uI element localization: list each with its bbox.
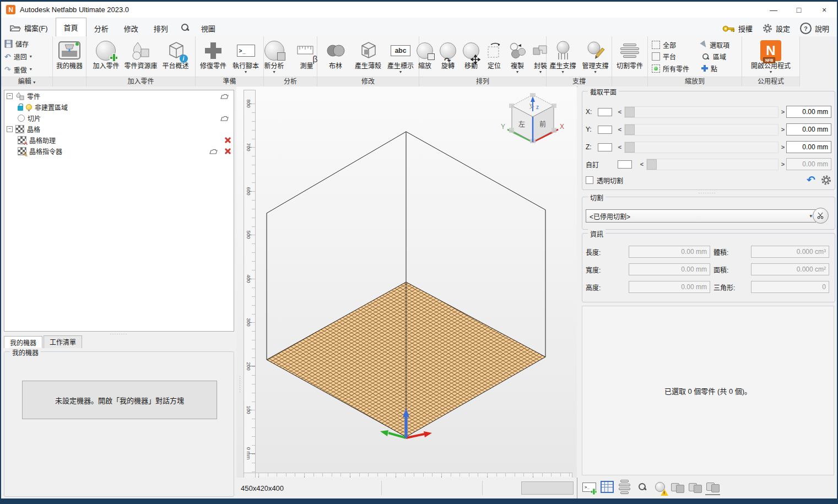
open-folder-icon[interactable]: [209, 148, 219, 155]
slice-view-button[interactable]: [617, 480, 632, 495]
rotate-button[interactable]: ↷ 旋轉: [436, 37, 459, 75]
y-plane-value-input[interactable]: [786, 123, 831, 136]
tab-analysis[interactable]: 分析: [86, 20, 116, 36]
delete-icon[interactable]: [224, 137, 230, 143]
z-plane-value-input[interactable]: [786, 141, 831, 153]
y-slider-right-arrow[interactable]: >: [780, 126, 786, 133]
tree-item-no-build-zone[interactable]: 非建置區域: [4, 101, 234, 112]
viewport-splitter-handle[interactable]: ········: [237, 365, 242, 404]
my-machines-button[interactable]: 我的機器: [53, 37, 85, 75]
bulb-icon[interactable]: [26, 104, 32, 110]
tab-arrange[interactable]: 排列: [146, 20, 176, 36]
tab-view[interactable]: 視圖: [193, 20, 223, 36]
tab-home[interactable]: 首頁: [56, 18, 86, 36]
collapse-icon[interactable]: −: [7, 93, 13, 99]
y-slider-left-arrow[interactable]: <: [617, 126, 623, 133]
close-button[interactable]: ×: [812, 2, 837, 18]
repair-warning-button[interactable]: !: [652, 480, 667, 495]
tree-item-lattice[interactable]: − 晶格: [4, 123, 234, 134]
pack-caret-icon[interactable]: ▾: [539, 70, 542, 74]
y-plane-slider[interactable]: [624, 124, 778, 136]
manage-support-button[interactable]: 管理支撐 ▾: [580, 37, 612, 75]
zoom-point-button[interactable]: 點: [701, 63, 738, 73]
create-label-caret-icon[interactable]: ▾: [399, 70, 402, 74]
repair-part-button[interactable]: 修復零件: [197, 37, 229, 75]
manage-support-caret-icon[interactable]: ▾: [594, 70, 596, 74]
open-utility-button[interactable]: N NFB 開啟公用程式 ▾: [749, 37, 792, 75]
no-machine-button[interactable]: 未設定機器。開啟「我的機器」對話方塊: [22, 381, 217, 419]
custom-plane-slider[interactable]: [646, 159, 778, 170]
redo-button[interactable]: ↷ 重做 ▾: [4, 64, 32, 74]
x-plane-checkbox[interactable]: [598, 108, 612, 116]
new-script-button[interactable]: >_: [582, 480, 597, 495]
right-splitter-handle[interactable]: ········: [577, 191, 837, 195]
create-label-button[interactable]: abc 產生標示 ▾: [385, 37, 417, 75]
open-folder-icon[interactable]: [220, 115, 230, 122]
custom-slider-thumb[interactable]: [647, 159, 657, 170]
tab-modify[interactable]: 修改: [116, 20, 146, 36]
run-script-button[interactable]: >_ 執行腳本 ▾: [230, 37, 262, 75]
cut-parts-button[interactable]: 切割零件: [614, 37, 646, 75]
open-utility-caret-icon[interactable]: ▾: [770, 70, 772, 74]
packing-button-2[interactable]: [688, 480, 702, 495]
cuts-select[interactable]: <已停用切割> ▾: [586, 209, 816, 223]
x-slider-thumb[interactable]: [625, 107, 635, 117]
move-button[interactable]: 移動: [459, 37, 483, 75]
z-slider-right-arrow[interactable]: >: [780, 144, 786, 150]
tree-item-lattice-assistant[interactable]: A 晶格助理: [4, 134, 234, 145]
build-volume-scene[interactable]: z 左 前 上 Y X: [255, 86, 577, 473]
position-button[interactable]: 定位: [483, 37, 506, 75]
add-part-button[interactable]: 加入零件: [90, 37, 122, 75]
boolean-button[interactable]: 布林: [320, 37, 352, 75]
viewport-3d[interactable]: ········ 800 700 600 500 400 300 200 100…: [236, 86, 577, 478]
nav-cube-front-face-label[interactable]: 前: [539, 120, 546, 128]
section-plane-settings-button[interactable]: [821, 175, 831, 185]
zoom-platform-button[interactable]: 平台: [652, 52, 698, 62]
custom-slider-right-arrow[interactable]: >: [780, 161, 786, 167]
license-button[interactable]: 授權: [722, 23, 753, 34]
y-slider-thumb[interactable]: [625, 124, 635, 135]
undo-caret-icon[interactable]: ▾: [30, 55, 32, 59]
scale-button[interactable]: 縮放: [413, 37, 436, 75]
custom-plane-value-input[interactable]: [786, 158, 831, 170]
z-slider-thumb[interactable]: [625, 142, 635, 153]
zoom-all-parts-button[interactable]: 所有零件: [652, 63, 698, 73]
custom-slider-left-arrow[interactable]: <: [639, 161, 645, 167]
save-button[interactable]: 儲存: [4, 39, 29, 48]
custom-plane-checkbox[interactable]: [618, 160, 632, 169]
lattice-view-button[interactable]: [599, 480, 614, 495]
new-cut-button[interactable]: [813, 208, 829, 224]
ribbon-search-button[interactable]: [178, 20, 192, 35]
undo-button[interactable]: ↶ 退回 ▾: [4, 52, 32, 62]
tree-item-slices[interactable]: 切片: [4, 112, 234, 123]
part-library-button[interactable]: 零件資源庫: [122, 37, 159, 75]
platform-overview-button[interactable]: i 平台概述: [160, 37, 192, 75]
run-script-caret-icon[interactable]: ▾: [245, 70, 247, 74]
zoom-selection-button[interactable]: 選取項: [701, 40, 738, 50]
duplicate-caret-icon[interactable]: ▾: [516, 70, 518, 74]
file-menu-button[interactable]: 檔案(F): [4, 20, 53, 35]
x-plane-value-input[interactable]: [786, 106, 831, 118]
duplicate-button[interactable]: 複製 ▾: [506, 37, 529, 75]
z-plane-checkbox[interactable]: [598, 143, 612, 151]
new-analysis-caret-icon[interactable]: ▾: [273, 70, 275, 74]
tree-item-lattice-commander[interactable]: ✎ 晶格指令器: [4, 145, 234, 156]
group-label-edit[interactable]: 編輯 ▾: [1, 77, 52, 86]
create-support-caret-icon[interactable]: ▾: [561, 70, 564, 74]
new-analysis-button[interactable]: 新分析 ▾: [258, 37, 290, 75]
tree-item-parts[interactable]: − 零件: [4, 90, 234, 101]
maximize-button[interactable]: □: [786, 2, 812, 18]
settings-button[interactable]: 設定: [763, 23, 790, 34]
packing-platform-button[interactable]: [705, 479, 720, 495]
zoom-all-button[interactable]: 全部: [652, 40, 698, 50]
x-slider-right-arrow[interactable]: >: [780, 109, 786, 115]
nav-cube[interactable]: z 左 前 上 Y X: [501, 93, 564, 143]
tab-worklist[interactable]: 工作清單: [44, 335, 82, 348]
part-tree[interactable]: − 零件 非建置區域 切片 −: [4, 90, 234, 332]
packing-button-1[interactable]: [670, 480, 685, 495]
z-plane-slider[interactable]: [624, 142, 778, 153]
x-slider-left-arrow[interactable]: <: [617, 109, 623, 115]
delete-icon[interactable]: [224, 148, 230, 154]
create-support-button[interactable]: 產生支撐 ▾: [547, 37, 579, 75]
splitter-handle[interactable]: ········: [1, 332, 236, 336]
